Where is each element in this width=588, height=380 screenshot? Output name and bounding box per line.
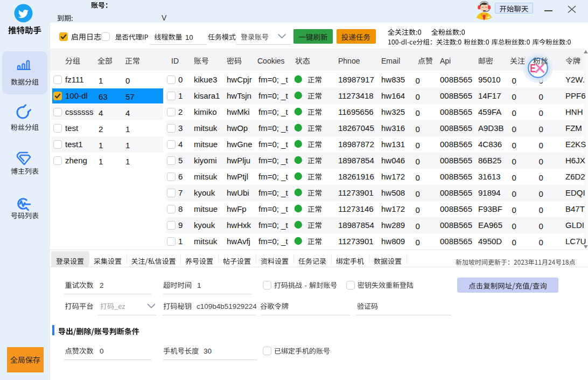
svg-text:hw172: hw172 bbox=[381, 172, 405, 181]
svg-text:hwPtjl: hwPtjl bbox=[227, 172, 248, 181]
svg-text:18987917: 18987917 bbox=[338, 75, 374, 84]
svg-text:1: 1 bbox=[178, 237, 183, 246]
svg-text:fm=0; _t: fm=0; _t bbox=[258, 204, 288, 213]
svg-text:hwOp: hwOp bbox=[227, 123, 248, 133]
svg-text:0: 0 bbox=[416, 157, 420, 166]
svg-text:0: 0 bbox=[416, 141, 420, 150]
svg-text:hwAvfj: hwAvfj bbox=[227, 237, 250, 246]
svg-text:fm=0; _t: fm=0; _t bbox=[258, 91, 288, 100]
svg-text:0: 0 bbox=[416, 238, 420, 247]
svg-text:fm=0; _t: fm=0; _t bbox=[258, 156, 288, 165]
svg-text:0: 0 bbox=[416, 108, 420, 118]
svg-text:fm=0; _t: fm=0; _t bbox=[258, 123, 288, 133]
svg-text:3: 3 bbox=[178, 123, 183, 133]
svg-text:V: V bbox=[162, 13, 167, 22]
svg-text:11273901: 11273901 bbox=[338, 237, 374, 246]
svg-text:hwGne: hwGne bbox=[227, 140, 253, 149]
svg-text:0: 0 bbox=[416, 76, 420, 85]
svg-text:kiyomi: kiyomi bbox=[194, 156, 217, 165]
svg-text:57: 57 bbox=[125, 92, 135, 101]
svg-text:PPF6: PPF6 bbox=[565, 91, 586, 100]
svg-text:10: 10 bbox=[185, 33, 193, 42]
svg-text:hwHxk: hwHxk bbox=[227, 220, 251, 230]
svg-text:0: 0 bbox=[539, 141, 543, 150]
svg-text:kimiko: kimiko bbox=[194, 107, 217, 116]
svg-text:30: 30 bbox=[204, 347, 212, 355]
svg-text:4C836: 4C836 bbox=[478, 140, 502, 149]
svg-text:EDQI: EDQI bbox=[565, 188, 585, 197]
svg-text:14F17: 14F17 bbox=[478, 91, 501, 100]
svg-text:GLDI: GLDI bbox=[565, 220, 584, 230]
svg-text:1: 1 bbox=[125, 125, 130, 134]
svg-text:hwTsjn: hwTsjn bbox=[227, 91, 251, 100]
svg-text:0: 0 bbox=[416, 189, 420, 198]
svg-text:2: 2 bbox=[178, 107, 183, 116]
svg-text:LC7U: LC7U bbox=[565, 237, 586, 246]
svg-text:hw131: hw131 bbox=[381, 140, 405, 149]
svg-text:hwPlju: hwPlju bbox=[227, 156, 250, 165]
svg-text:0: 0 bbox=[539, 205, 543, 215]
svg-text:ID: ID bbox=[171, 57, 179, 65]
svg-text:0: 0 bbox=[539, 108, 543, 118]
svg-text:4950D: 4950D bbox=[478, 237, 502, 246]
svg-text:0: 0 bbox=[416, 205, 420, 215]
svg-text:11273418: 11273418 bbox=[338, 91, 374, 100]
svg-text:c109b4b519292244: c109b4b519292244 bbox=[197, 302, 261, 310]
svg-text:hwCpjr: hwCpjr bbox=[227, 75, 252, 84]
svg-text:0: 0 bbox=[539, 222, 543, 231]
svg-text:mitsue: mitsue bbox=[194, 204, 218, 213]
svg-text:0: 0 bbox=[512, 92, 516, 101]
svg-text:FZM: FZM bbox=[565, 123, 582, 133]
svg-text:4: 4 bbox=[125, 108, 130, 118]
svg-text:0: 0 bbox=[100, 347, 104, 355]
svg-text:0: 0 bbox=[512, 222, 516, 231]
svg-text:hw172: hw172 bbox=[381, 204, 405, 213]
svg-text:zheng: zheng bbox=[65, 156, 87, 165]
svg-text:E2KS: E2KS bbox=[565, 140, 586, 149]
svg-text:1: 1 bbox=[197, 281, 201, 289]
svg-text:008B565: 008B565 bbox=[440, 172, 472, 181]
svg-text:fm=0; _t: fm=0; _t bbox=[258, 107, 288, 116]
svg-text:0: 0 bbox=[512, 157, 516, 166]
svg-text:EA965: EA965 bbox=[478, 220, 502, 230]
svg-text:008B565: 008B565 bbox=[440, 75, 472, 84]
svg-text:008B565: 008B565 bbox=[440, 204, 472, 213]
svg-text:459FA: 459FA bbox=[478, 107, 501, 116]
svg-text:008B565: 008B565 bbox=[440, 220, 472, 230]
svg-text:0: 0 bbox=[539, 173, 543, 182]
svg-text:18261916: 18261916 bbox=[338, 172, 374, 181]
svg-text:18987872: 18987872 bbox=[338, 140, 374, 149]
svg-text:008B565: 008B565 bbox=[440, 188, 472, 197]
svg-text:Y2W.: Y2W. bbox=[565, 75, 585, 84]
svg-text:2: 2 bbox=[99, 125, 103, 134]
svg-text:hwMki: hwMki bbox=[227, 107, 250, 116]
svg-text:kyouk: kyouk bbox=[194, 188, 215, 197]
svg-text:0: 0 bbox=[512, 238, 516, 247]
svg-text:11273901: 11273901 bbox=[338, 188, 374, 197]
svg-text:0: 0 bbox=[539, 125, 543, 134]
svg-text:91894: 91894 bbox=[478, 188, 501, 197]
svg-text:fm=0; _t: fm=0; _t bbox=[258, 75, 288, 84]
svg-text:mitsuk: mitsuk bbox=[194, 237, 218, 246]
svg-text:hw316: hw316 bbox=[381, 123, 405, 133]
svg-text:hw325: hw325 bbox=[381, 107, 405, 116]
svg-text:008B565: 008B565 bbox=[440, 123, 472, 133]
svg-text:0: 0 bbox=[512, 108, 516, 118]
svg-text:2: 2 bbox=[100, 281, 104, 289]
svg-text:008B565: 008B565 bbox=[440, 91, 472, 100]
svg-text:Email: Email bbox=[381, 57, 400, 65]
svg-text:18987854: 18987854 bbox=[338, 220, 374, 230]
svg-text:fm=0; _t: fm=0; _t bbox=[258, 237, 288, 246]
svg-text:5: 5 bbox=[178, 156, 183, 165]
svg-text:63: 63 bbox=[99, 92, 108, 101]
svg-text:A9D3B: A9D3B bbox=[478, 123, 504, 133]
svg-text:hw835: hw835 bbox=[381, 75, 405, 84]
svg-text:HNH: HNH bbox=[565, 107, 583, 116]
svg-text:0: 0 bbox=[512, 189, 516, 198]
svg-text:H6JX: H6JX bbox=[565, 156, 585, 165]
svg-text:mitsue: mitsue bbox=[194, 140, 218, 149]
svg-text:cssssss: cssssss bbox=[65, 107, 94, 116]
svg-text:0: 0 bbox=[512, 141, 516, 150]
svg-text:6: 6 bbox=[178, 172, 183, 181]
svg-text:Cookies: Cookies bbox=[257, 57, 285, 65]
